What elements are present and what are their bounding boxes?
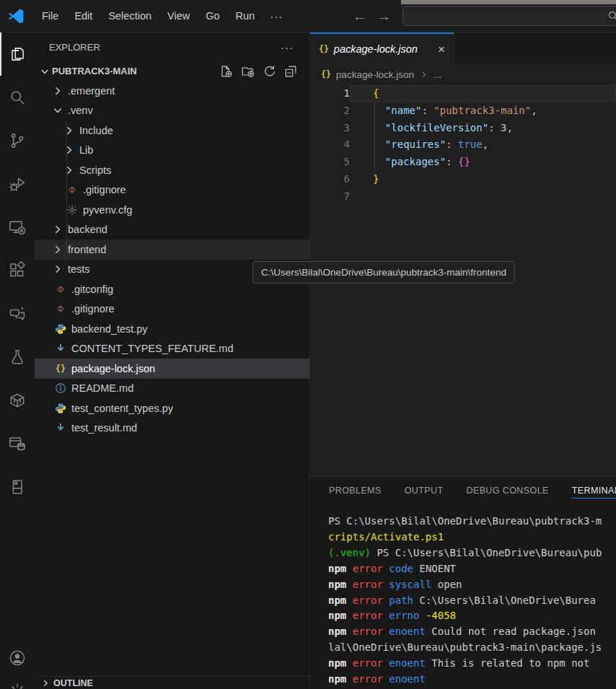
activity-containers-icon[interactable] <box>0 379 35 422</box>
tree-item-test-result-md[interactable]: test_result.md <box>35 418 309 439</box>
tree-item-backend-test-py[interactable]: backend_test.py <box>35 319 309 339</box>
terminal-output[interactable]: PS C:\Users\Bilal\OneDrive\Bureau\pubtra… <box>328 514 616 689</box>
menu-edit[interactable]: Edit <box>66 6 100 25</box>
tree-item-label: .gitconfig <box>71 284 113 295</box>
code-line-2[interactable]: 2 "name": "pubtrack3-main", <box>310 102 616 120</box>
tree-item-label: Lib <box>79 144 93 156</box>
markdown-file-icon <box>55 422 66 434</box>
code-line-1[interactable]: 1{ <box>310 85 616 102</box>
terminal-line: npm error code ENOENT <box>328 561 616 577</box>
activity-remote-explorer-icon[interactable] <box>0 206 35 249</box>
tree-item-package-lock-json[interactable]: {}package-lock.json <box>35 359 309 379</box>
tree-item-readme-md[interactable]: README.md <box>35 379 309 399</box>
tree-item-lib[interactable]: Lib <box>35 141 309 161</box>
python-file-icon <box>55 403 66 414</box>
breadcrumb-file[interactable]: package-lock.json <box>336 69 414 80</box>
explorer-more-actions-button[interactable]: ··· <box>281 41 294 53</box>
explorer-title: EXPLORER <box>49 42 100 53</box>
panel-tab-debug-console[interactable]: DEBUG CONSOLE <box>465 483 549 498</box>
tree-item-include[interactable]: Include <box>35 120 309 141</box>
activity-testing-icon[interactable] <box>0 335 35 379</box>
line-number: 3 <box>310 120 350 137</box>
activity-run-debug-icon[interactable] <box>0 162 35 206</box>
panel-tab-problems[interactable]: PROBLEMS <box>328 483 382 498</box>
tree-item-backend[interactable]: backend <box>35 220 309 240</box>
collapse-all-button[interactable] <box>283 64 298 79</box>
info-file-icon <box>55 382 66 394</box>
git-file-icon <box>55 284 66 295</box>
activity-account-icon[interactable] <box>0 641 35 675</box>
menu-view[interactable]: View <box>159 6 198 25</box>
workspace-section-header[interactable]: PUBTRACK3-MAIN <box>35 61 309 81</box>
menu-bar: FileEditSelectionViewGoRun··· <box>34 6 290 26</box>
line-number: 5 <box>310 154 350 171</box>
activity-database-icon[interactable] <box>0 422 35 465</box>
menu-go[interactable]: Go <box>198 6 227 25</box>
refresh-button[interactable] <box>262 64 276 79</box>
menu-more-button[interactable]: ··· <box>263 6 290 26</box>
activity-search-icon[interactable] <box>0 76 35 119</box>
tree-item-scripts[interactable]: Scripts <box>35 160 309 180</box>
title-bar: FileEditSelectionViewGoRun··· ← → <box>0 0 616 32</box>
gear-file-icon <box>66 204 78 216</box>
editor-group: {} package-lock.json × {} package-lock.j… <box>310 32 616 476</box>
code-line-4[interactable]: 4 "requires": true, <box>310 136 616 154</box>
tree-item-label: Include <box>79 125 113 136</box>
new-file-button[interactable] <box>219 64 233 79</box>
breadcrumb-symbol[interactable]: ... <box>434 69 441 80</box>
tree-item-label: .gitignore <box>83 184 126 196</box>
new-folder-button[interactable] <box>240 64 255 79</box>
activity-settings-icon[interactable] <box>0 675 35 689</box>
vscode-logo-icon <box>7 7 25 25</box>
tooltip-text: C:\Users\Bilal\OneDrive\Bureau\pubtrack3… <box>261 267 506 278</box>
tree-item--gitignore[interactable]: .gitignore <box>35 180 309 201</box>
activity-bar <box>0 32 35 689</box>
outline-section-header[interactable]: OUTLINE <box>35 676 309 689</box>
activity-chat-icon[interactable] <box>0 292 35 335</box>
code-line-5[interactable]: 5 "packages": {} <box>310 154 616 171</box>
panel-tab-terminal[interactable]: TERMINAL <box>571 483 616 499</box>
breadcrumb[interactable]: {} package-lock.json ... <box>310 65 616 84</box>
code-line-6[interactable]: 6} <box>310 171 616 188</box>
tree-item--venv[interactable]: .venv <box>35 101 309 121</box>
activity-explorer-icon[interactable] <box>0 32 35 76</box>
git-file-icon <box>66 184 78 196</box>
tree-item-content-types-feature-md[interactable]: CONTENT_TYPES_FEATURE.md <box>35 339 309 359</box>
code-area[interactable]: 1{2 "name": "pubtrack3-main",3 "lockfile… <box>310 84 616 206</box>
explorer-toolbar <box>219 64 309 79</box>
line-content <box>350 188 616 206</box>
line-number: 1 <box>310 85 350 102</box>
tab-close-icon[interactable]: × <box>438 43 445 56</box>
tree-item--gitignore[interactable]: .gitignore <box>35 299 309 320</box>
tree-item-label: backend_test.py <box>71 323 148 335</box>
tree-item-label: .gitignore <box>71 303 115 315</box>
tree-item-frontend[interactable]: frontend <box>35 240 309 260</box>
activity-device-preview-icon[interactable] <box>0 465 35 509</box>
nav-forward-arrow[interactable]: → <box>377 9 391 25</box>
tree-item-label: test_result.md <box>71 422 137 434</box>
chevron-right-icon <box>419 70 428 79</box>
nav-back-arrow[interactable]: ← <box>353 9 366 25</box>
code-line-3[interactable]: 3 "lockfileVersion": 3, <box>310 120 616 137</box>
tree-item-label: .venv <box>68 105 93 116</box>
activity-extensions-icon[interactable] <box>0 249 35 292</box>
chevron-right-icon <box>63 125 75 136</box>
chevron-right-icon <box>40 678 50 688</box>
tree-item-pyvenv-cfg[interactable]: pyvenv.cfg <box>35 200 309 220</box>
command-center-search[interactable] <box>402 6 616 26</box>
tree-item-test-content-types-py[interactable]: test_content_types.py <box>35 398 309 418</box>
chevron-right-icon <box>52 263 63 275</box>
menu-file[interactable]: File <box>34 6 66 25</box>
terminal-line: npm error enoent This is related to npm … <box>328 656 616 672</box>
tree-item-label: README.md <box>71 382 133 394</box>
menu-run[interactable]: Run <box>228 6 263 25</box>
menu-selection[interactable]: Selection <box>100 6 159 25</box>
json-file-icon: {} <box>321 69 331 79</box>
code-line-7[interactable]: 7 <box>310 188 616 206</box>
activity-source-control-icon[interactable] <box>0 119 35 162</box>
panel-tab-output[interactable]: OUTPUT <box>404 483 444 498</box>
code-indent-guide <box>374 102 375 171</box>
tree-item--emergent[interactable]: .emergent <box>35 81 309 101</box>
tab-package-lock-json[interactable]: {} package-lock.json × <box>310 32 454 64</box>
line-number: 6 <box>310 171 350 188</box>
